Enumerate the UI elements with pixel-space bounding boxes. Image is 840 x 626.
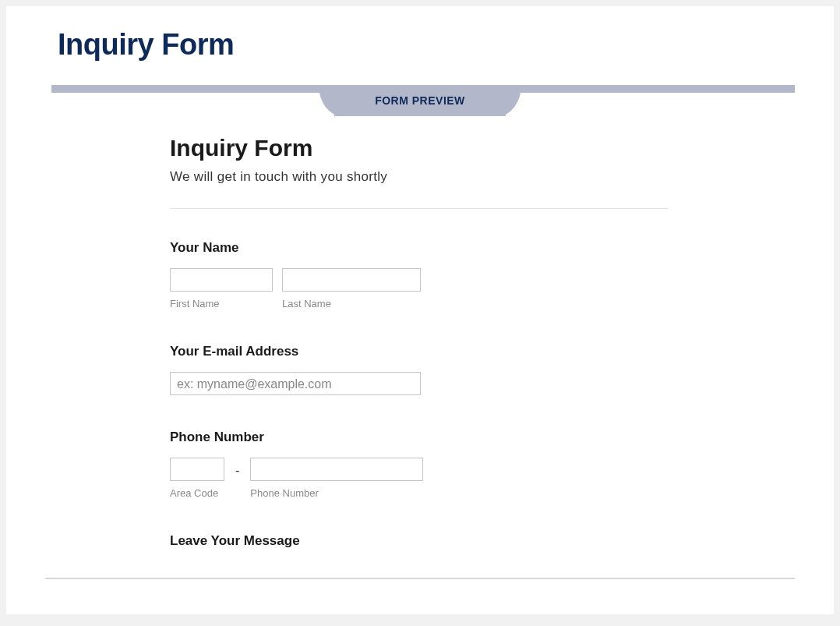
last-name-col: Last Name (282, 268, 421, 309)
form-area: Inquiry Form We will get in touch with y… (45, 135, 795, 549)
form-preview-label: FORM PREVIEW (375, 94, 465, 107)
bottom-divider (45, 578, 795, 579)
phone-label: Phone Number (170, 430, 701, 445)
message-label: Leave Your Message (170, 533, 701, 549)
area-code-col: Area Code (170, 458, 224, 499)
page-title: Inquiry Form (58, 28, 795, 62)
page-container: Inquiry Form FORM PREVIEW Inquiry Form W… (6, 6, 834, 614)
email-input[interactable] (170, 372, 421, 395)
name-input-row: First Name Last Name (170, 268, 701, 309)
header-divider (170, 208, 669, 209)
phone-number-input[interactable] (250, 458, 423, 481)
phone-number-col: Phone Number (250, 458, 423, 499)
last-name-sublabel: Last Name (282, 298, 421, 309)
last-name-input[interactable] (282, 268, 421, 292)
phone-separator: - (234, 464, 241, 478)
email-label: Your E-mail Address (170, 344, 701, 359)
area-code-sublabel: Area Code (170, 487, 224, 499)
form-title: Inquiry Form (170, 135, 701, 161)
name-label: Your Name (170, 240, 701, 256)
first-name-col: First Name (170, 268, 273, 309)
message-field-group: Leave Your Message (170, 533, 701, 549)
first-name-sublabel: First Name (170, 298, 273, 309)
first-name-input[interactable] (170, 268, 273, 292)
form-subtitle: We will get in touch with you shortly (170, 169, 701, 185)
name-field-group: Your Name First Name Last Name (170, 240, 701, 309)
phone-field-group: Phone Number Area Code - Phone Number (170, 430, 701, 499)
phone-input-row: Area Code - Phone Number (170, 458, 701, 499)
form-preview-tab: FORM PREVIEW (334, 85, 506, 116)
preview-bar: FORM PREVIEW (45, 85, 795, 116)
phone-number-sublabel: Phone Number (250, 487, 423, 499)
area-code-input[interactable] (170, 458, 224, 481)
email-field-group: Your E-mail Address (170, 344, 701, 395)
